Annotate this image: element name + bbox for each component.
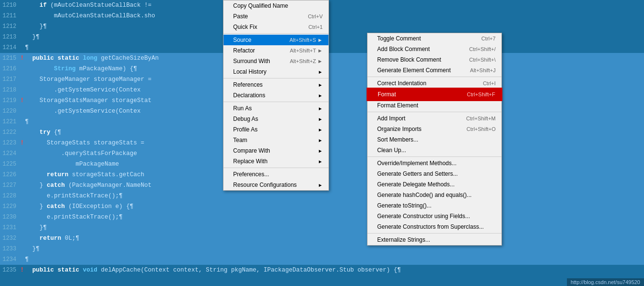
menu-item-sort-members[interactable]: Sort Members... (368, 134, 501, 145)
context-menu-source: Toggle Comment Ctrl+7 Add Block Comment … (367, 33, 502, 246)
menu-item-preferences[interactable]: Preferences... (223, 169, 329, 180)
menu-item-surround-with[interactable]: Surround With Alt+Shift+Z ► (223, 56, 329, 66)
menu-item-generate-constructors-superclass[interactable]: Generate Constructors from Superclass... (368, 221, 501, 232)
menu-item-generate-tostring[interactable]: Generate toString()... (368, 200, 501, 211)
separator-1 (223, 33, 329, 34)
code-line-1233: 1233 }¶ (0, 244, 644, 254)
menu-item-toggle-comment[interactable]: Toggle Comment Ctrl+7 (368, 33, 501, 44)
code-line-1232: 1232 return 0L;¶ (0, 233, 644, 244)
menu-item-paste[interactable]: Paste Ctrl+V (223, 11, 329, 22)
menu-item-format[interactable]: Format Ctrl+Shift+F (368, 89, 501, 100)
menu-item-generate-delegate-methods[interactable]: Generate Delegate Methods... (368, 179, 501, 190)
code-line-1229: 1229 } catch (IOException e) {¶ (0, 201, 644, 212)
menu-item-correct-indentation[interactable]: Correct Indentation Ctrl+I (368, 78, 501, 89)
menu-item-generate-constructor-fields[interactable]: Generate Constructor using Fields... (368, 211, 501, 221)
menu-item-generate-element-comment[interactable]: Generate Element Comment Alt+Shift+J (368, 65, 501, 76)
menu-item-compare-with[interactable]: Compare With ► (223, 145, 329, 156)
menu-item-local-history[interactable]: Local History ► (223, 66, 329, 77)
menu-item-format-element[interactable]: Format Element (368, 100, 501, 111)
separator-s2 (368, 112, 501, 112)
separator-s3 (368, 156, 501, 157)
menu-item-profile-as[interactable]: Profile As ► (223, 124, 329, 135)
separator-4 (223, 168, 329, 168)
code-line-1235: 1235 ! public static void delAppCache(Co… (0, 265, 644, 275)
code-line-1234: 1234 ¶ (0, 254, 644, 265)
menu-item-remove-block-comment[interactable]: Remove Block Comment Ctrl+Shift+\ (368, 54, 501, 65)
menu-item-add-block-comment[interactable]: Add Block Comment Ctrl+Shift+/ (368, 44, 501, 54)
menu-item-declarations[interactable]: Declarations ► (223, 90, 329, 101)
separator-s4 (368, 233, 501, 234)
menu-item-team[interactable]: Team ► (223, 135, 329, 145)
menu-item-replace-with[interactable]: Replace With ► (223, 156, 329, 167)
separator-2 (223, 78, 329, 78)
code-line-1230: 1230 e.printStackTrace();¶ (0, 212, 644, 222)
menu-item-run-as[interactable]: Run As ► (223, 103, 329, 114)
context-menu-main: Copy Qualified Name Paste Ctrl+V Quick F… (223, 0, 329, 191)
menu-item-organize-imports[interactable]: Organize Imports Ctrl+Shift+O (368, 124, 501, 134)
url-bar: http://blog.csdn.net/su749520 (567, 278, 644, 286)
menu-item-add-import[interactable]: Add Import Ctrl+Shift+M (368, 113, 501, 124)
menu-item-references[interactable]: References ► (223, 79, 329, 90)
menu-item-debug-as[interactable]: Debug As ► (223, 114, 329, 124)
code-line-1228: 1228 e.printStackTrace();¶ (0, 191, 644, 201)
separator-s1 (368, 77, 501, 77)
separator-3 (223, 102, 329, 102)
menu-item-override-implement-methods[interactable]: Override/Implement Methods... (368, 158, 501, 169)
menu-item-externalize-strings[interactable]: Externalize Strings... (368, 234, 501, 245)
menu-item-source[interactable]: Source Alt+Shift+S ► (223, 35, 329, 45)
menu-item-generate-hashcode-equals[interactable]: Generate hashCode() and equals()... (368, 190, 501, 200)
menu-item-clean-up[interactable]: Clean Up... (368, 145, 501, 156)
code-line-1231: 1231 }¶ (0, 222, 644, 233)
menu-item-generate-getters-setters[interactable]: Generate Getters and Setters... (368, 169, 501, 179)
menu-item-copy-qualified-name[interactable]: Copy Qualified Name (223, 0, 329, 11)
menu-item-resource-configurations[interactable]: Resource Configurations ► (223, 180, 329, 190)
menu-item-quick-fix[interactable]: Quick Fix Ctrl+1 (223, 22, 329, 32)
menu-item-refactor[interactable]: Refactor Alt+Shift+T ► (223, 45, 329, 56)
